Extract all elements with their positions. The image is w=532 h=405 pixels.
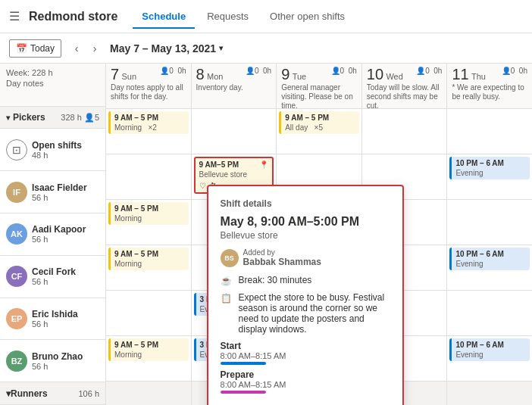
chip-time: 9 AM – 5 PM: [114, 113, 185, 123]
person-name-cecil: Cecil Fork: [32, 266, 76, 277]
day-header-7: 7 Sun 👤0 0h Day notes apply to all shift…: [106, 64, 192, 108]
chip-time-isaac: 9 AM–5 PM: [199, 160, 239, 170]
runners-cal-cell-0: [106, 382, 192, 405]
heart-icon: ♡: [199, 181, 206, 191]
shift-chip-open-sun[interactable]: 9 AM – 5 PM Morning ×2: [108, 111, 189, 134]
today-button[interactable]: 📅 Today: [9, 39, 61, 58]
avatar-eric: EP: [6, 308, 27, 329]
person-row-eric: EP Eric Ishida 56 h: [0, 298, 105, 341]
cell-open-2: 9 AM – 5 PM All day ×5: [277, 109, 362, 154]
prepare-time: 8:00 AM–8:15 AM: [221, 380, 390, 389]
chip-label-aadi-sun: Morning: [114, 213, 185, 223]
open-shifts-icon: ⊡: [6, 139, 27, 160]
cell-cecil-4: 10 PM – 6 AM Evening: [447, 245, 532, 290]
cell-open-3: [362, 109, 448, 154]
day-badges-8: 👤0 0h: [246, 67, 271, 75]
day-name-9: Tue: [293, 72, 307, 81]
calendar-grid: 7 Sun 👤0 0h Day notes apply to all shift…: [106, 64, 532, 405]
date-range[interactable]: May 7 – May 13, 2021 ▾: [110, 42, 223, 55]
pickers-hours: 328 h 👤5: [61, 113, 99, 123]
pickers-group-header[interactable]: ▾ Pickers 328 h 👤5: [0, 107, 105, 129]
start-label: Start: [221, 341, 390, 351]
chip-label: Morning ×2: [114, 123, 185, 132]
person-hours-aadi: 56 h: [32, 235, 86, 244]
cell-open-0: 9 AM – 5 PM Morning ×2: [106, 109, 192, 154]
day-note-7: Day notes apply to all shifts for the da…: [111, 83, 186, 101]
day-num-8: 8: [196, 66, 205, 83]
person-name-aadi: Aadi Kapoor: [32, 224, 86, 235]
prev-week-button[interactable]: ‹: [67, 39, 86, 58]
day-note-8: Inventory day.: [196, 83, 272, 92]
store-name: Redmond store: [29, 10, 117, 23]
chip-label-isaac: Bellevue store: [199, 170, 269, 179]
day-header-8: 8 Mon 👤0 0h Inventory day.: [192, 64, 277, 108]
person-row-bruno: BZ Bruno Zhao 56 h: [0, 340, 105, 382]
open-shifts-name: Open shifts: [32, 140, 82, 151]
shift-chip-cecil-thu[interactable]: 10 PM – 6 AM Evening: [449, 248, 530, 270]
day-header-11: 11 Thu 👤0 0h * We are expecting to be re…: [447, 64, 532, 108]
person-info-bruno: Bruno Zhao 56 h: [32, 351, 83, 371]
chip-time-thu-isaac: 10 PM – 6 AM: [455, 158, 526, 168]
day-num-11: 11: [452, 66, 468, 83]
next-week-button[interactable]: ›: [86, 39, 104, 58]
person-name-bruno: Bruno Zhao: [32, 351, 83, 362]
runners-group-header[interactable]: ▾ Runners 106 h: [0, 382, 105, 405]
added-by-name: Babbak Shammas: [243, 257, 321, 267]
nav-other-open-shifts[interactable]: Other open shifts: [261, 5, 354, 28]
cell-open-4: [447, 109, 532, 154]
nav-links: Schedule Requests Other open shifts: [133, 5, 354, 28]
person-name-eric: Eric Ishida: [32, 309, 78, 319]
day-num-7: 7: [111, 66, 119, 83]
person-name-isaac: Isaac Fielder: [32, 182, 87, 193]
main-grid: Week: 228 h Day notes ▾ Pickers 328 h 👤5…: [0, 64, 532, 405]
day-notes-label: Day notes: [6, 79, 99, 88]
note-icon: 📋: [221, 293, 233, 304]
nav-schedule[interactable]: Schedule: [133, 5, 195, 28]
day-name-10: Wed: [386, 72, 402, 81]
timeline-prepare: Prepare 8:00 AM–8:15 AM: [221, 369, 390, 394]
chip-label-tue: All day ×5: [285, 123, 355, 132]
runners-hours: 106 h: [78, 389, 99, 398]
person-row-isaac: IF Isaac Fielder 56 h: [0, 171, 105, 213]
open-shifts-info: Open shifts 48 h: [32, 140, 82, 160]
chip-time-aadi-sun: 9 AM – 5 PM: [114, 204, 185, 213]
person-info-cecil: Cecil Fork 56 h: [32, 266, 76, 286]
pickers-label: Pickers: [13, 112, 45, 123]
popup-added-by: BS Added by Babbak Shammas: [221, 248, 390, 267]
cell-isaac-1: 9 AM–5 PM 📍 Bellevue store ♡ ⏱ Shift det…: [192, 154, 277, 199]
today-label: Today: [30, 43, 55, 54]
chip-time-cecil-thu: 10 PM – 6 AM: [455, 249, 526, 259]
avatar-isaac: IF: [6, 182, 27, 203]
nav-requests[interactable]: Requests: [198, 5, 258, 28]
shift-chip-open-tue[interactable]: 9 AM – 5 PM All day ×5: [279, 111, 359, 134]
cell-bruno-4: 10 PM – 6 AM Evening: [447, 336, 532, 381]
shift-chip-aadi-sun[interactable]: 9 AM – 5 PM Morning: [108, 202, 189, 225]
open-shifts-row: ⊡ Open shifts 48 h: [0, 129, 105, 171]
chip-time-tue: 9 AM – 5 PM: [285, 113, 355, 123]
popup-title: Shift details: [221, 198, 390, 209]
shift-chip-cecil-sun[interactable]: 9 AM – 5 PM Morning: [108, 248, 189, 270]
popup-store: Bellevue store: [221, 230, 390, 241]
prepare-label: Prepare: [221, 369, 390, 380]
popup-added-by-text: Added by Babbak Shammas: [243, 248, 321, 267]
shift-chip-bruno-thu[interactable]: 10 PM – 6 AM Evening: [449, 338, 530, 361]
chevron-down-icon: ▾: [219, 44, 223, 52]
popup-avatar: BS: [221, 249, 239, 267]
person-hours-isaac: 56 h: [32, 193, 87, 202]
day-num-10: 10: [367, 66, 383, 83]
person-info-eric: Eric Ishida 56 h: [32, 309, 78, 329]
person-hours-bruno: 56 h: [32, 362, 83, 371]
day-badges-11: 👤0 0h: [502, 67, 527, 75]
calendar-body: 9 AM – 5 PM Morning ×2 9 AM – 5 PM All d…: [106, 109, 532, 405]
chip-label-bruno-sun: Morning: [114, 350, 185, 360]
calendar-header: 7 Sun 👤0 0h Day notes apply to all shift…: [106, 64, 532, 109]
cell-isaac-0: [106, 154, 192, 199]
menu-icon[interactable]: ☰: [9, 9, 20, 23]
date-range-text: May 7 – May 13, 2021: [110, 42, 216, 55]
day-num-9: 9: [281, 66, 289, 83]
chip-label-cecil-thu: Evening: [455, 259, 526, 269]
shift-chip-bruno-sun[interactable]: 9 AM – 5 PM Morning: [108, 338, 189, 361]
shift-details-popup: Shift details May 8, 9:00 AM–5:00 PM Bel…: [207, 185, 404, 405]
day-name-7: Sun: [121, 72, 136, 81]
shift-chip-isaac-thu[interactable]: 10 PM – 6 AM Evening: [449, 157, 530, 179]
